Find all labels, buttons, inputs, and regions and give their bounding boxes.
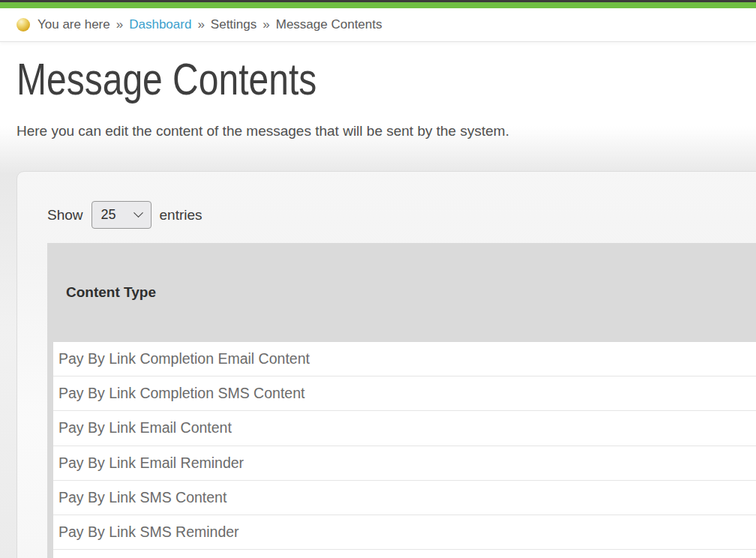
page-length-select[interactable]: 25 [92,201,152,229]
content-type-table: Content Type Pay By Link Completion Emai… [47,243,756,558]
table-row: Pay By Link SMS Reminder [53,515,756,550]
breadcrumb-separator: » [262,17,269,32]
page-length-value: 25 [101,207,116,223]
entries-label: entries [160,207,202,224]
table-row: Pay By Link SMS Content [53,481,756,515]
table-row: Pay By Link Email Content [53,411,756,446]
breadcrumb-separator: » [197,17,204,32]
breadcrumb-item-settings: Settings [211,17,256,32]
table-row-partial [53,550,756,558]
page-title: Message Contents [16,57,392,102]
show-label: Show [47,207,83,224]
breadcrumb: You are here » Dashboard » Settings » Me… [0,8,756,42]
breadcrumb-prefix: You are here [38,17,110,32]
breadcrumb-item-message-contents: Message Contents [276,17,382,32]
main-content: Message Contents Here you can edit the c… [0,42,756,558]
gold-sphere-icon [16,18,30,32]
table-row: Pay By Link Completion SMS Content [53,376,756,411]
page-description: Here you can edit the content of the mes… [16,123,509,140]
column-header-content-type[interactable]: Content Type [53,243,756,342]
brand-green-bar [0,2,756,8]
breadcrumb-separator: » [116,17,123,32]
table-row: Pay By Link Completion Email Content [53,342,756,376]
chevron-down-icon [134,208,143,218]
breadcrumb-link-dashboard[interactable]: Dashboard [129,17,191,32]
table-length-control: Show 25 entries [47,201,202,229]
message-contents-panel: Show 25 entries Content Type Pay By Link… [16,171,756,558]
table-row: Pay By Link Email Reminder [53,446,756,481]
